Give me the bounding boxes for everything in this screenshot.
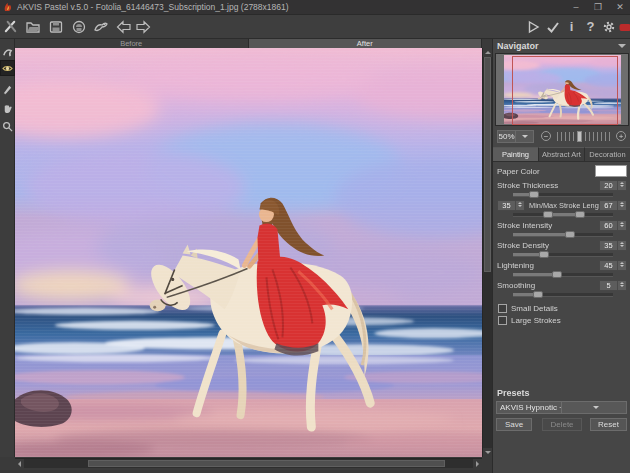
navigator-preview bbox=[504, 55, 621, 124]
tab-abstract-art[interactable]: Abstract Art bbox=[539, 147, 585, 161]
preferences-icon[interactable] bbox=[600, 18, 617, 35]
undo-icon[interactable] bbox=[115, 18, 132, 35]
param-row-stroke-length: 35 Min/Max Stroke Length 67 bbox=[497, 199, 627, 211]
zoom-tool[interactable] bbox=[1, 119, 13, 133]
info-icon[interactable]: i bbox=[563, 18, 580, 35]
param-row-stroke-density: Stroke Density 35 bbox=[497, 239, 627, 251]
window-title: AKVIS Pastel v.5.0 - Fotolia_61446473_Su… bbox=[17, 2, 289, 12]
spinner-arrows-icon[interactable] bbox=[617, 281, 626, 290]
delete-button[interactable]: Delete bbox=[542, 418, 582, 431]
lightening-slider[interactable] bbox=[513, 273, 613, 277]
stroke-density-slider[interactable] bbox=[513, 253, 613, 257]
vertical-scroll-thumb[interactable] bbox=[484, 57, 491, 272]
tab-painting[interactable]: Painting bbox=[493, 147, 539, 161]
toolbar: i ? bbox=[0, 15, 630, 39]
slider-handle[interactable] bbox=[552, 271, 562, 278]
stroke-intensity-label: Stroke Intensity bbox=[497, 221, 552, 230]
tab-decoration[interactable]: Decoration bbox=[585, 147, 630, 161]
stroke-length-label: Min/Max Stroke Length bbox=[529, 201, 605, 210]
smudge-tool[interactable] bbox=[1, 45, 13, 59]
navigator-title: Navigator bbox=[497, 41, 539, 51]
maximize-button[interactable]: ❐ bbox=[592, 1, 604, 13]
preset-select[interactable]: AKVIS Hypnotic + Canvas* (1) bbox=[496, 401, 627, 414]
spinner-arrows-icon[interactable] bbox=[617, 201, 626, 210]
slider-handle[interactable] bbox=[533, 291, 543, 298]
paper-color-swatch[interactable] bbox=[595, 165, 627, 177]
image-canvas[interactable] bbox=[15, 48, 482, 457]
spinner-arrows-icon[interactable] bbox=[617, 261, 626, 270]
zoom-in-button[interactable]: + bbox=[616, 131, 626, 141]
stroke-thickness-spinner[interactable]: 20 bbox=[599, 180, 627, 191]
navigator-thumbnail[interactable] bbox=[495, 53, 629, 126]
hand-tool[interactable] bbox=[1, 101, 13, 115]
lightening-spinner[interactable]: 45 bbox=[599, 260, 627, 271]
open-icon[interactable] bbox=[24, 18, 41, 35]
stroke-intensity-spinner[interactable]: 60 bbox=[599, 220, 627, 231]
chevron-down-icon[interactable] bbox=[515, 131, 533, 142]
paper-color-label: Paper Color bbox=[497, 167, 540, 176]
quick-preview-tool[interactable] bbox=[0, 60, 15, 76]
vertical-scrollbar[interactable] bbox=[482, 48, 492, 457]
spinner-arrows-icon[interactable] bbox=[515, 201, 524, 210]
pastel-painting bbox=[15, 48, 482, 457]
param-row-stroke-thickness: Stroke Thickness 20 bbox=[497, 179, 627, 191]
reset-button[interactable]: Reset bbox=[590, 418, 627, 431]
max-stroke-length-spinner[interactable]: 67 bbox=[599, 200, 627, 211]
stroke-thickness-slider[interactable] bbox=[513, 193, 613, 197]
chevron-down-icon[interactable] bbox=[561, 402, 626, 413]
param-row-smoothing: Smoothing 5 bbox=[497, 279, 627, 291]
scroll-left-icon[interactable] bbox=[15, 459, 24, 468]
share-icon[interactable] bbox=[92, 18, 109, 35]
checkbox-box[interactable] bbox=[498, 304, 507, 313]
app-icon bbox=[3, 2, 13, 12]
tab-after[interactable]: After bbox=[249, 39, 483, 48]
scroll-down-icon[interactable] bbox=[483, 448, 492, 457]
spinner-arrows-icon[interactable] bbox=[617, 241, 626, 250]
save-button[interactable]: Save bbox=[496, 418, 532, 431]
spinner-arrows-icon[interactable] bbox=[617, 181, 626, 190]
scroll-right-icon[interactable] bbox=[473, 459, 482, 468]
horizontal-scrollbar[interactable] bbox=[15, 458, 482, 468]
range-min-handle[interactable] bbox=[543, 211, 553, 218]
checkbox-box[interactable] bbox=[498, 316, 507, 325]
pastel-stick-tool[interactable] bbox=[1, 82, 13, 96]
slider-handle[interactable] bbox=[565, 231, 575, 238]
slider-handle[interactable] bbox=[539, 251, 549, 258]
view-tabs: Before After bbox=[15, 39, 482, 48]
smoothing-label: Smoothing bbox=[497, 281, 535, 290]
param-row-paper-color: Paper Color bbox=[497, 165, 627, 177]
close-button[interactable]: ✕ bbox=[614, 1, 626, 13]
range-max-handle[interactable] bbox=[575, 211, 585, 218]
parameter-tabs: Painting Abstract Art Decoration bbox=[493, 147, 630, 162]
minimize-button[interactable]: – bbox=[570, 1, 582, 13]
zoom-slider-thumb[interactable] bbox=[577, 131, 582, 142]
help-icon[interactable]: ? bbox=[582, 18, 599, 35]
stroke-length-range-slider[interactable] bbox=[513, 213, 613, 217]
zoom-out-button[interactable]: − bbox=[541, 131, 551, 141]
smoothing-slider[interactable] bbox=[513, 293, 613, 297]
scroll-up-icon[interactable] bbox=[483, 48, 492, 57]
zoom-level-select[interactable]: 50% bbox=[497, 130, 534, 143]
apply-icon[interactable] bbox=[544, 18, 561, 35]
param-row-stroke-intensity: Stroke Intensity 60 bbox=[497, 219, 627, 231]
zoom-slider[interactable] bbox=[557, 132, 613, 141]
tab-before[interactable]: Before bbox=[15, 39, 249, 48]
small-details-checkbox[interactable]: Small Details bbox=[498, 303, 558, 313]
presets-title: Presets bbox=[497, 388, 530, 398]
redo-icon[interactable] bbox=[134, 18, 151, 35]
chevron-down-icon[interactable] bbox=[618, 44, 626, 52]
buy-icon[interactable] bbox=[616, 18, 630, 35]
stroke-intensity-slider[interactable] bbox=[513, 233, 613, 237]
save-icon[interactable] bbox=[47, 18, 64, 35]
print-icon[interactable] bbox=[70, 18, 87, 35]
min-stroke-length-spinner[interactable]: 35 bbox=[497, 200, 525, 211]
slider-handle[interactable] bbox=[529, 191, 539, 198]
tool-strip bbox=[0, 39, 15, 457]
smoothing-spinner[interactable]: 5 bbox=[599, 280, 627, 291]
stroke-density-spinner[interactable]: 35 bbox=[599, 240, 627, 251]
app-logo-icon bbox=[2, 18, 19, 35]
horizontal-scroll-thumb[interactable] bbox=[88, 460, 445, 467]
large-strokes-checkbox[interactable]: Large Strokes bbox=[498, 315, 561, 325]
spinner-arrows-icon[interactable] bbox=[617, 221, 626, 230]
run-icon[interactable] bbox=[524, 18, 541, 35]
